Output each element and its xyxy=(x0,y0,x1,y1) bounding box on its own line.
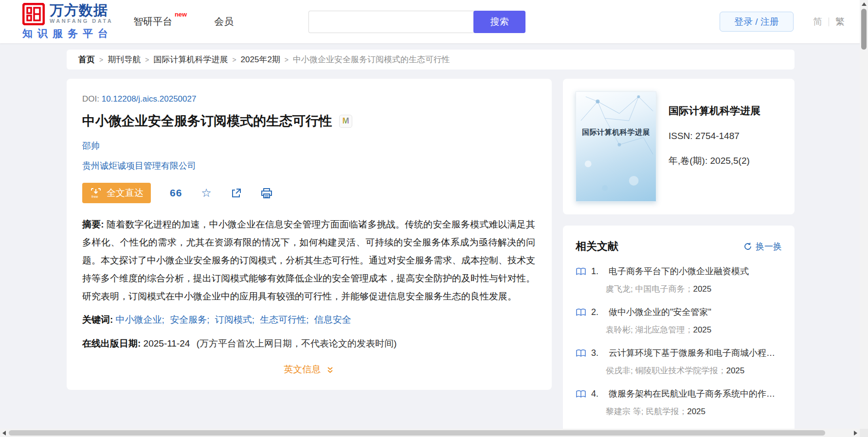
related-item-title[interactable]: 电子商务平台下的小微企业融资模式 xyxy=(609,265,749,277)
wanfang-logo[interactable]: 万方数据 WANFANG DATA 知识服务平台 xyxy=(22,3,113,40)
related-item-year: 2025 xyxy=(693,325,711,334)
refresh-related-button[interactable]: 换一换 xyxy=(743,241,782,252)
cite-icon[interactable]: 66 xyxy=(170,187,182,199)
related-item-year: 2025 xyxy=(687,407,705,416)
header-right: 登录 / 注册 简 繁 xyxy=(720,12,845,32)
keyword-link[interactable]: 安全服务 xyxy=(170,315,207,325)
article-title-row: 中小微企业安全服务订阅模式的生态可行性 M xyxy=(82,112,535,130)
breadcrumb-issue[interactable]: 2025年2期 xyxy=(241,54,280,65)
journal-issn: ISSN: 2754-1487 xyxy=(669,131,760,141)
site-header: 万方数据 WANFANG DATA 知识服务平台 智研平台 new 会员 搜索 … xyxy=(0,0,868,43)
fulltext-label: 全文直达 xyxy=(107,187,144,199)
refresh-label: 换一换 xyxy=(756,241,782,252)
lang-simplified[interactable]: 简 xyxy=(813,16,822,28)
refresh-icon xyxy=(743,242,752,251)
print-icon[interactable] xyxy=(261,188,272,199)
keyword-link[interactable]: 中小微企业 xyxy=(116,315,162,325)
keyword-separator: ; xyxy=(306,315,308,325)
metrics-badge[interactable]: M xyxy=(339,115,352,128)
issn-label: ISSN: xyxy=(669,131,693,141)
scroll-up-arrow[interactable] xyxy=(860,0,868,8)
vertical-scroll-thumb[interactable] xyxy=(861,9,867,50)
keyword-link[interactable]: 订阅模式 xyxy=(215,315,252,325)
keywords-label: 关键词: xyxy=(82,315,113,325)
related-item-source: 虞飞龙; 中国电子商务； xyxy=(606,284,693,294)
nav-member-label: 会员 xyxy=(214,16,234,27)
favorite-star-icon[interactable]: ☆ xyxy=(201,187,212,199)
related-item-year: 2025 xyxy=(693,284,711,294)
page-content: 首页 > 期刊导航 > 国际计算机科学进展 > 2025年2期 > 中小微企业安… xyxy=(0,43,868,437)
related-item-source: 黎建宗 等; 民航学报； xyxy=(606,407,687,416)
author-link[interactable]: 邵帅 xyxy=(82,141,100,151)
breadcrumb-journal[interactable]: 国际计算机科学进展 xyxy=(153,54,228,65)
keyword-link[interactable]: 信息安全 xyxy=(314,315,351,325)
breadcrumb: 首页 > 期刊导航 > 国际计算机科学进展 > 2025年2期 > 中小微企业安… xyxy=(67,50,795,70)
lang-traditional[interactable]: 繁 xyxy=(835,16,845,28)
search-box: 搜索 xyxy=(308,11,525,33)
related-item-title[interactable]: 云计算环境下基于微服务和电子商城小程序... xyxy=(609,347,782,359)
keywords-line: 关键词: 中小微企业; 安全服务; 订阅模式; 生态可行性; 信息安全 xyxy=(82,312,535,328)
pubdate-label: 在线出版日期: xyxy=(82,338,141,349)
journal-volume: 年,卷(期): 2025,5(2) xyxy=(669,155,760,167)
article-actions: free 全文直达 66 ☆ xyxy=(82,183,535,203)
issn-value: 2754-1487 xyxy=(695,131,740,141)
journal-cover[interactable]: 国际计算机科学进展 xyxy=(576,91,656,202)
sidebar: 国际计算机科学进展 国际计算机科学进展 ISSN: 2754-1487 年,卷(… xyxy=(563,79,795,437)
journal-info: 国际计算机科学进展 ISSN: 2754-1487 年,卷(期): 2025,5… xyxy=(669,91,760,202)
related-item: 2. 做中小微企业的"安全管家" 袁聆彬; 湖北应急管理；2025 xyxy=(576,306,782,335)
book-icon xyxy=(576,349,586,357)
breadcrumb-journal-nav[interactable]: 期刊导航 xyxy=(108,54,141,65)
logo-title: 万方数据 xyxy=(50,3,113,17)
doi-link[interactable]: 10.12208/j.aics.20250027 xyxy=(102,94,197,104)
breadcrumb-separator: > xyxy=(145,56,149,64)
affiliation-link[interactable]: 贵州诚炬诚项目管理有限公司 xyxy=(82,161,196,171)
pubdate-value: 2025-11-24 xyxy=(144,338,190,349)
new-badge: new xyxy=(175,11,187,18)
keyword-separator: ; xyxy=(252,315,254,325)
fulltext-button[interactable]: free 全文直达 xyxy=(82,183,151,203)
main-nav: 智研平台 new 会员 xyxy=(133,15,246,28)
pubdate-line: 在线出版日期: 2025-11-24 (万方平台首次上网日期，不代表论文的发表时… xyxy=(82,337,535,350)
doi-line: DOI: 10.12208/j.aics.20250027 xyxy=(82,94,535,104)
journal-cover-title: 国际计算机科学进展 xyxy=(576,128,656,137)
related-title: 相关文献 xyxy=(576,239,618,254)
doi-label: DOI: xyxy=(82,94,99,104)
related-item-number: 1. xyxy=(591,266,604,277)
search-button[interactable]: 搜索 xyxy=(473,11,525,33)
related-item-number: 4. xyxy=(591,389,604,399)
search-input[interactable] xyxy=(308,11,474,33)
related-item-source: 袁聆彬; 湖北应急管理； xyxy=(606,325,693,334)
related-item-meta: 虞飞龙; 中国电子商务；2025 xyxy=(606,283,782,295)
related-item-title[interactable]: 做中小微企业的"安全管家" xyxy=(609,306,711,318)
english-info-label: 英文信息 xyxy=(284,364,321,374)
breadcrumb-separator: > xyxy=(99,56,103,64)
horizontal-scrollbar[interactable] xyxy=(0,429,860,437)
vertical-scrollbar[interactable] xyxy=(860,0,868,437)
related-item-meta: 袁聆彬; 湖北应急管理；2025 xyxy=(606,324,782,335)
related-item-year: 2025 xyxy=(726,366,744,375)
share-icon[interactable] xyxy=(231,188,242,199)
author-line: 邵帅 xyxy=(82,140,535,152)
language-switch: 简 繁 xyxy=(813,16,845,28)
journal-title-link[interactable]: 国际计算机科学进展 xyxy=(669,104,760,118)
nav-item-zhiyan[interactable]: 智研平台 new xyxy=(133,15,185,28)
abstract: 摘要: 随着数字化进程的加速，中小微企业在信息安全管理方面面临诸多挑战。传统的安… xyxy=(82,215,535,305)
scroll-left-arrow[interactable] xyxy=(0,429,8,437)
english-info-toggle[interactable]: 英文信息 xyxy=(82,363,535,376)
horizontal-scroll-thumb[interactable] xyxy=(9,430,825,436)
breadcrumb-home[interactable]: 首页 xyxy=(78,54,95,65)
book-icon xyxy=(576,267,586,276)
related-item-title[interactable]: 微服务架构在民航业电子商务系统中的作用... xyxy=(609,388,782,400)
pubdate-note: (万方平台首次上网日期，不代表论文的发表时间) xyxy=(197,338,397,349)
page-title: 中小微企业安全服务订阅模式的生态可行性 xyxy=(82,112,332,130)
nav-item-member[interactable]: 会员 xyxy=(214,15,246,28)
keyword-link[interactable]: 生态可行性 xyxy=(260,315,306,325)
breadcrumb-separator: > xyxy=(232,56,236,64)
login-register-button[interactable]: 登录 / 注册 xyxy=(720,12,794,32)
scrollbar-corner xyxy=(860,429,868,437)
keyword-separator: ; xyxy=(207,315,209,325)
download-free-icon: free xyxy=(90,187,102,199)
related-item-number: 3. xyxy=(591,348,604,358)
scroll-right-arrow[interactable] xyxy=(851,429,860,437)
metrics-badge-letter: M xyxy=(342,116,349,126)
